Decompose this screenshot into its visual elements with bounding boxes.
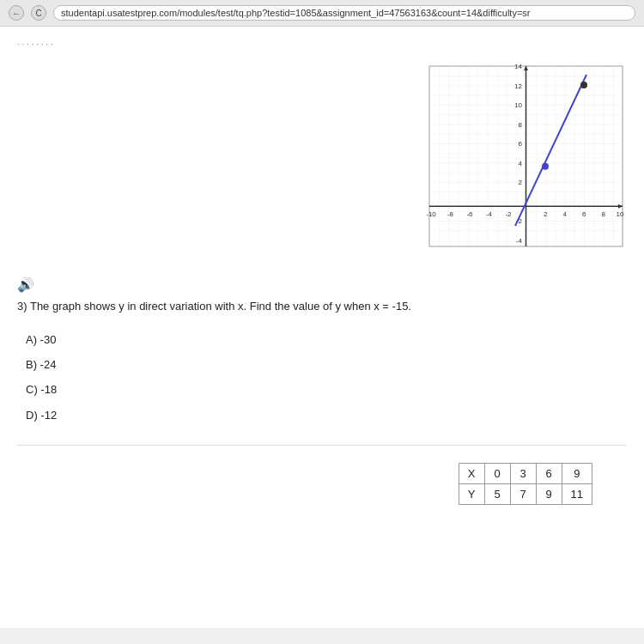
audio-icon[interactable]: 🔊 (17, 276, 627, 293)
header-x: X (459, 464, 484, 484)
back-button[interactable]: ← (9, 5, 24, 21)
svg-point-26 (542, 163, 549, 170)
choice-b[interactable]: B) -24 (17, 352, 627, 377)
graph-wrapper: -10 -8 -6 -4 -2 2 4 6 8 10 14 12 10 8 6 (404, 62, 627, 276)
question-text: 3) The graph shows y in direct variation… (17, 298, 627, 315)
answers: A) -30 B) -24 C) -18 D) -12 (17, 327, 627, 428)
svg-text:-2: -2 (505, 210, 512, 218)
svg-text:10: 10 (514, 101, 522, 109)
audio-question-area: 🔊 3) The graph shows y in direct variati… (17, 276, 627, 428)
row-y-label: Y (459, 484, 484, 505)
row-y-6: 9 (536, 484, 562, 505)
choice-c[interactable]: C) -18 (17, 377, 627, 402)
svg-text:6: 6 (519, 140, 523, 148)
question-section: -10 -8 -6 -4 -2 2 4 6 8 10 14 12 10 8 6 (17, 62, 627, 276)
refresh-button[interactable]: C (31, 5, 46, 21)
data-table: X 0 3 6 9 Y 5 7 9 11 (459, 463, 592, 505)
svg-text:10: 10 (617, 210, 624, 218)
svg-text:4: 4 (563, 210, 568, 218)
table-header-row: X 0 3 6 9 (459, 464, 592, 484)
svg-text:14: 14 (514, 63, 522, 70)
browser-bar: ← C studentapi.usatestprep.com/modules/t… (0, 0, 644, 27)
row-y-3: 7 (510, 484, 536, 505)
svg-text:8: 8 (519, 121, 523, 129)
page-content: · · · · · · · · (0, 27, 644, 628)
svg-text:-8: -8 (447, 210, 454, 218)
svg-text:-10: -10 (426, 210, 436, 218)
svg-text:6: 6 (582, 210, 586, 218)
svg-text:8: 8 (602, 210, 606, 218)
table-y-row: Y 5 7 9 11 (459, 484, 592, 505)
svg-text:-4: -4 (486, 210, 493, 218)
choice-a[interactable]: A) -30 (17, 327, 627, 352)
svg-text:-6: -6 (466, 210, 473, 218)
svg-text:-4: -4 (516, 237, 523, 245)
graph-container: -10 -8 -6 -4 -2 2 4 6 8 10 14 12 10 8 6 (404, 62, 627, 276)
svg-text:2: 2 (544, 210, 548, 218)
header-0: 0 (484, 464, 510, 484)
svg-text:12: 12 (514, 82, 522, 90)
header-6: 6 (536, 464, 562, 484)
svg-text:2: 2 (519, 179, 523, 186)
top-bar: · · · · · · · · (17, 39, 627, 49)
svg-text:4: 4 (519, 160, 523, 167)
url-bar[interactable]: studentapi.usatestprep.com/modules/test/… (53, 5, 635, 21)
question-body: The graph shows y in direct variation wi… (30, 300, 411, 313)
question-number: 3) (17, 300, 27, 313)
table-section: X 0 3 6 9 Y 5 7 9 11 (17, 463, 627, 505)
choice-d[interactable]: D) -12 (17, 403, 627, 428)
question-left (17, 62, 386, 276)
header-9: 9 (562, 464, 592, 484)
header-3: 3 (510, 464, 536, 484)
row-y-0: 5 (484, 484, 510, 505)
coordinate-graph: -10 -8 -6 -4 -2 2 4 6 8 10 14 12 10 8 6 (404, 62, 627, 276)
row-y-9: 11 (562, 484, 592, 505)
svg-point-27 (580, 82, 587, 88)
section-divider (17, 445, 627, 446)
